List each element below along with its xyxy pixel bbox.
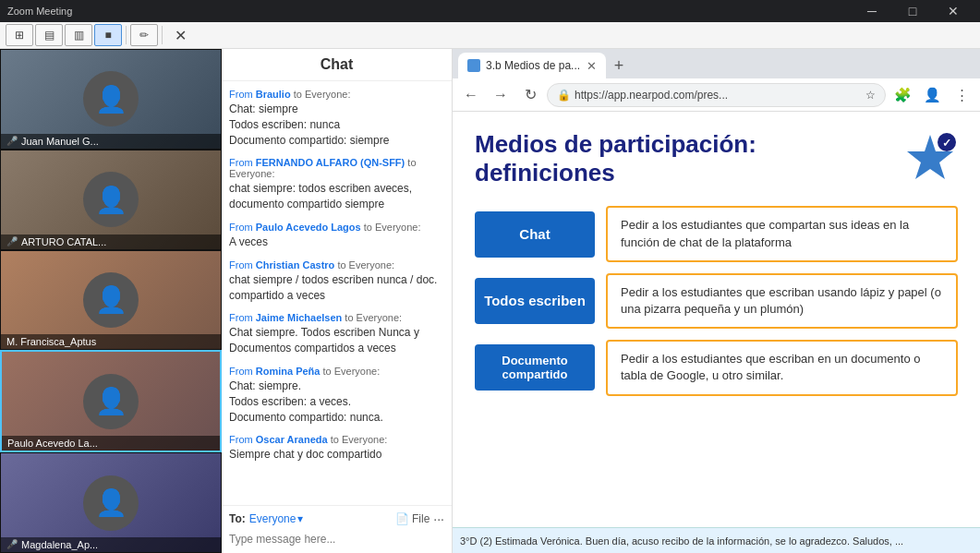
window-controls: ─ □ ✕ — [853, 0, 973, 22]
chat-from-romina: From Romina Peña to Everyone: — [229, 366, 444, 377]
video-tile-5: 👤 🎤 Magdalena_Ap... — [0, 452, 222, 553]
address-bar[interactable]: 🔒 https://app.nearpod.com/pres... ☆ — [547, 83, 886, 107]
participation-grid: Chat Pedir a los estudiantes que compart… — [475, 206, 958, 395]
chat-input[interactable] — [229, 531, 444, 547]
nearpod-header: Medios de participación: definiciones ✓ — [475, 130, 958, 187]
chat-panel: Chat From Braulio to Everyone: Chat: sie… — [222, 49, 453, 553]
minimize-button[interactable]: ─ — [853, 0, 891, 22]
everyone-select[interactable]: Everyone ▾ — [249, 512, 304, 525]
avatar-1: 👤 — [83, 71, 139, 126]
browser-tab[interactable]: 3.b Medios de pa... ✕ — [458, 53, 606, 78]
menu-icon[interactable]: ⋮ — [949, 82, 974, 108]
chat-message-paulo: From Paulo Acevedo Lagos to Everyone: A … — [229, 222, 444, 250]
browser-actions: 🧩 👤 ⋮ — [889, 82, 974, 108]
main-area: 👤 🎤 Juan Manuel G... 👤 🎤 ARTURO CATAL...… — [0, 49, 980, 553]
video-tile-3: 👤 M. Francisca_Aptus — [0, 250, 222, 351]
chat-message-christian: From Christian Castro to Everyone: chat … — [229, 259, 444, 304]
video-label-3: M. Francisca_Aptus — [1, 334, 221, 349]
video-label-2: 🎤 ARTURO CATAL... — [1, 234, 221, 249]
toolbar-column-icon[interactable]: ▤ — [35, 24, 63, 46]
chat-from-jaime: From Jaime Michaelsen to Everyone: — [229, 312, 444, 323]
refresh-button[interactable]: ↻ — [517, 82, 543, 108]
todos-btn[interactable]: Todos escriben — [475, 278, 595, 324]
file-button[interactable]: 📄 File — [395, 512, 430, 525]
avatar-2: 👤 — [83, 172, 139, 227]
content-panel: 3.b Medios de pa... ✕ + ← → ↻ 🔒 https://… — [453, 49, 980, 553]
video-label-4: Paulo Acevedo La... — [2, 436, 220, 451]
chat-text-fernando: chat siempre: todos escriben aveces, doc… — [229, 181, 444, 212]
extensions-icon[interactable]: 🧩 — [889, 82, 915, 108]
chat-header: Chat — [222, 49, 452, 81]
address-bar-row: ← → ↻ 🔒 https://app.nearpod.com/pres... … — [453, 78, 980, 112]
chat-from-christian: From Christian Castro to Everyone: — [229, 259, 444, 270]
toolbar-row-icon[interactable]: ▥ — [65, 24, 92, 46]
chevron-down-icon: ▾ — [297, 512, 303, 525]
toolbar-close-icon[interactable]: ✕ — [166, 24, 194, 46]
participation-row-2: Documento compartido Pedir a los estudia… — [475, 340, 958, 395]
profile-icon[interactable]: 👤 — [919, 82, 945, 108]
mic-muted-icon-2: 🎤 — [6, 236, 18, 246]
documento-desc: Pedir a los estudiantes que escriban en … — [606, 340, 958, 395]
chat-messages[interactable]: From Braulio to Everyone: Chat: siempreT… — [222, 81, 452, 505]
video-panel: 👤 🎤 Juan Manuel G... 👤 🎤 ARTURO CATAL...… — [0, 49, 222, 553]
new-tab-button[interactable]: + — [606, 53, 632, 78]
chat-text-braulio: Chat: siempreTodos escriben: nuncaDocume… — [229, 102, 444, 148]
participation-row-1: Todos escriben Pedir a los estudiantes q… — [475, 273, 958, 329]
to-label: To: — [229, 512, 246, 525]
video-label-5: 🎤 Magdalena_Ap... — [1, 537, 221, 552]
video-tile-2: 👤 🎤 ARTURO CATAL... — [0, 150, 222, 250]
chat-footer: To: Everyone ▾ 📄 File ··· — [222, 505, 452, 553]
chat-btn[interactable]: Chat — [475, 211, 595, 258]
chat-to-row: To: Everyone ▾ 📄 File ··· — [229, 511, 444, 526]
bottom-bar: 3°D (2) Estimada Verónica. Buen día, acu… — [453, 527, 980, 553]
maximize-button[interactable]: □ — [893, 0, 932, 22]
toolbar-cell-icon[interactable]: ■ — [94, 24, 122, 46]
url-text: https://app.nearpod.com/pres... — [575, 89, 862, 102]
chat-text-oscar: Siempre chat y doc compartido — [229, 447, 444, 463]
mic-muted-icon-1: 🎤 — [6, 136, 18, 146]
video-tile-4: 👤 Paulo Acevedo La... — [0, 350, 222, 452]
window-title-bar: Zoom Meeting ─ □ ✕ — [0, 0, 980, 22]
chat-from-fernando: From FERNANDO ALFARO (QN-SFF) to Everyon… — [229, 157, 444, 179]
tab-title: 3.b Medios de pa... — [486, 59, 580, 72]
chat-from-paulo: From Paulo Acevedo Lagos to Everyone: — [229, 222, 444, 233]
svg-text:✓: ✓ — [942, 137, 951, 150]
lock-icon: 🔒 — [557, 89, 571, 102]
documento-btn[interactable]: Documento compartido — [475, 344, 595, 391]
video-tile-1: 👤 🎤 Juan Manuel G... — [0, 49, 222, 150]
nearpod-content: Medios de participación: definiciones ✓ … — [453, 112, 980, 527]
todos-desc: Pedir a los estudiantes que escriban usa… — [606, 273, 958, 329]
toolbar-row: ⊞ ▤ ▥ ■ ✏ ✕ — [0, 22, 980, 49]
chat-text-romina: Chat: siempre.Todos escriben: a veces.Do… — [229, 379, 444, 425]
more-button[interactable]: ··· — [433, 511, 444, 526]
nearpod-title-line1: Medios de participación: — [475, 130, 756, 159]
window-title: Zoom Meeting — [7, 6, 72, 17]
forward-button[interactable]: → — [488, 82, 514, 108]
participation-row-0: Chat Pedir a los estudiantes que compart… — [475, 206, 958, 261]
video-label-1: 🎤 Juan Manuel G... — [1, 134, 221, 149]
tab-close-button[interactable]: ✕ — [587, 59, 597, 73]
star-icon[interactable]: ☆ — [865, 89, 876, 102]
chat-message-oscar: From Oscar Araneda to Everyone: Siempre … — [229, 434, 444, 463]
back-button[interactable]: ← — [458, 82, 484, 108]
avatar-4: 👤 — [83, 374, 139, 429]
avatar-3: 👤 — [83, 272, 139, 328]
chat-text-jaime: Chat siempre. Todos escriben Nunca y Doc… — [229, 325, 444, 356]
tab-bar: 3.b Medios de pa... ✕ + — [453, 49, 980, 78]
avatar-5: 👤 — [83, 475, 139, 531]
mic-muted-icon-5: 🎤 — [6, 539, 18, 549]
chat-message-romina: From Romina Peña to Everyone: Chat: siem… — [229, 366, 444, 425]
bottom-bar-text: 3°D (2) Estimada Verónica. Buen día, acu… — [460, 535, 903, 547]
nearpod-title: Medios de participación: definiciones — [475, 130, 756, 187]
nearpod-title-line2: definiciones — [475, 159, 756, 187]
file-icon: 📄 — [395, 512, 409, 525]
toolbar-table-icon[interactable]: ⊞ — [6, 24, 33, 46]
toolbar-pencil-icon[interactable]: ✏ — [130, 24, 158, 46]
chat-message-braulio: From Braulio to Everyone: Chat: siempreT… — [229, 89, 444, 148]
close-button[interactable]: ✕ — [934, 0, 973, 22]
chat-text-christian: chat siempre / todos escriben nunca / do… — [229, 272, 444, 304]
nearpod-logo: ✓ — [902, 131, 958, 186]
toolbar-separator — [126, 26, 127, 44]
chat-from-oscar: From Oscar Araneda to Everyone: — [229, 434, 444, 445]
tab-favicon — [467, 59, 480, 72]
